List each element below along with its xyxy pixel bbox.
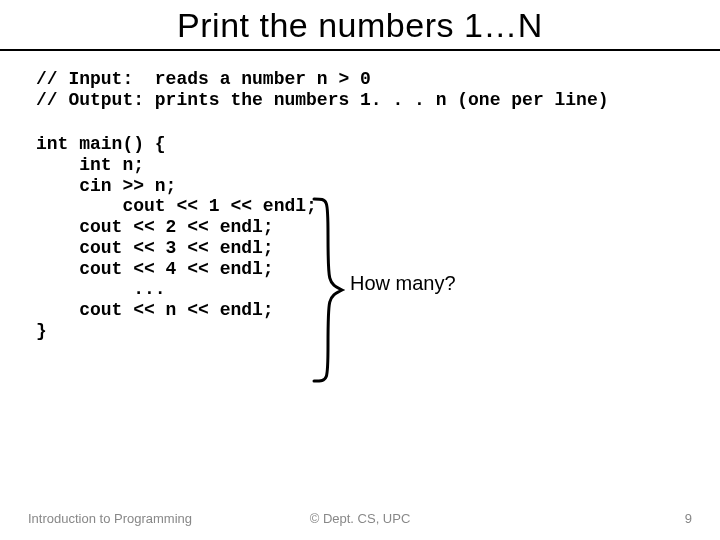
footer-left: Introduction to Programming xyxy=(28,511,192,526)
footer: Introduction to Programming © Dept. CS, … xyxy=(0,511,720,526)
slide-content: // Input: reads a number n > 0 // Output… xyxy=(0,51,720,341)
footer-center: © Dept. CS, UPC xyxy=(310,511,411,526)
slide: Print the numbers 1…N // Input: reads a … xyxy=(0,0,720,540)
slide-title: Print the numbers 1…N xyxy=(0,0,720,51)
code-body: int main() { int n; cin >> n; cout << 1 … xyxy=(36,134,684,341)
code-comments: // Input: reads a number n > 0 // Output… xyxy=(36,69,684,110)
page-number: 9 xyxy=(685,511,692,526)
curly-brace-icon xyxy=(310,195,346,385)
annotation-text: How many? xyxy=(350,272,500,295)
